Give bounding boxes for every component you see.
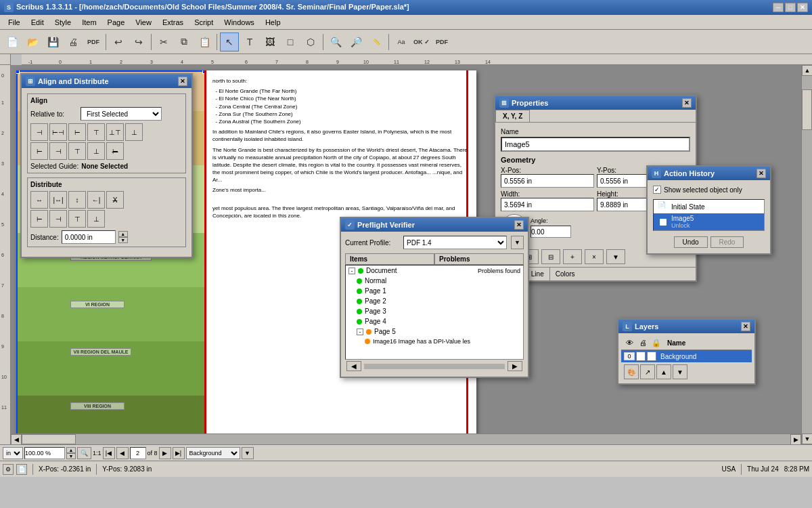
name-input[interactable]	[501, 137, 690, 152]
tree-image16[interactable]: Image16 Image has a DPI-Value les	[346, 337, 523, 346]
distance-down-button[interactable]: ▼	[118, 237, 128, 243]
align-btn-11[interactable]: ⊢	[106, 142, 124, 160]
minimize-button[interactable]: ─	[773, 3, 784, 12]
text-edit-button[interactable]: Aa	[392, 33, 411, 51]
scroll-down-button[interactable]: ▼	[802, 433, 812, 444]
zoom-input[interactable]	[24, 447, 65, 459]
tab-xyz[interactable]: X, Y, Z	[495, 110, 530, 122]
align-bottom-edges-button[interactable]: ⊥	[125, 123, 143, 141]
undo-button[interactable]: Undo	[674, 236, 708, 248]
page-first-button[interactable]: |◀	[103, 447, 115, 459]
layers-title[interactable]: L Layers ✕	[618, 320, 754, 333]
redo-button[interactable]: ↪	[129, 33, 148, 51]
profile-select[interactable]: PDF 1.4	[403, 236, 507, 249]
scroll-v-thumb[interactable]	[802, 89, 812, 130]
image-button[interactable]: 🖼	[261, 33, 279, 51]
tree-expand-doc[interactable]: -	[348, 268, 355, 274]
width-input[interactable]	[501, 198, 594, 211]
zoom-spinner[interactable]: ▲ ▼	[66, 447, 76, 459]
align-left-edges-button[interactable]: ⊣	[30, 123, 48, 141]
preflight-close-button[interactable]: ✕	[514, 220, 524, 230]
page-next-button[interactable]: ▶	[159, 447, 171, 459]
properties-title[interactable]: ⊞ Properties ✕	[495, 96, 696, 110]
tree-page4[interactable]: Page 4	[346, 316, 523, 326]
handle-tl[interactable]	[16, 70, 20, 74]
zoom-mode-select[interactable]: in	[3, 447, 23, 459]
tree-expand-page5[interactable]: -	[357, 329, 363, 335]
measure-button[interactable]: 📏	[367, 33, 386, 51]
undo-button[interactable]: ↩	[109, 33, 128, 51]
scroll-h-track[interactable]	[22, 434, 790, 444]
preflight-tree[interactable]: - Document Problems found Normal Page 1 …	[345, 265, 524, 360]
text-button[interactable]: T	[240, 33, 259, 51]
align-btn-7[interactable]: ⊢	[30, 142, 48, 160]
menu-style[interactable]: Style	[49, 17, 76, 28]
properties-close-button[interactable]: ✕	[682, 98, 692, 108]
history-close-button[interactable]: ✕	[757, 169, 766, 178]
menu-windows[interactable]: Windows	[219, 17, 260, 28]
menu-page[interactable]: Page	[102, 17, 131, 28]
lock-icon[interactable]: 🔒	[651, 337, 662, 348]
dist-btn-9[interactable]: ⊥	[87, 210, 105, 228]
save-button[interactable]: 💾	[43, 33, 62, 51]
scroll-right-button[interactable]: ▶	[790, 434, 801, 444]
dist-btn-7[interactable]: ⊣	[49, 210, 67, 228]
polygon-button[interactable]: ⬡	[301, 33, 320, 51]
menu-script[interactable]: Script	[189, 17, 219, 28]
paste-button[interactable]: 📋	[195, 33, 214, 51]
menu-item[interactable]: Item	[76, 17, 102, 28]
scroll-left-button[interactable]: ◀	[11, 434, 22, 444]
layer-dropdown-button[interactable]: ▼	[242, 447, 254, 459]
align-centers-v-button[interactable]: ⊥⊤	[106, 123, 124, 141]
layer-down-button[interactable]: ▼	[673, 364, 687, 379]
zoom-refresh-button[interactable]: 🔍	[77, 447, 91, 459]
shape-button[interactable]: □	[281, 33, 300, 51]
props-btn-4[interactable]: +	[563, 249, 582, 264]
dist-btn-1[interactable]: ↔	[30, 191, 48, 209]
page-number-input[interactable]	[130, 447, 146, 459]
menu-edit[interactable]: Edit	[26, 17, 49, 28]
props-btn-3[interactable]: ⊟	[541, 249, 560, 264]
layer-select-button[interactable]: ↗	[640, 364, 655, 379]
window-controls[interactable]: ─ □ ✕	[773, 3, 808, 12]
distance-up-button[interactable]: ▲	[118, 231, 128, 237]
dist-btn-2[interactable]: |↔|	[49, 191, 67, 209]
page-last-button[interactable]: ▶|	[173, 447, 185, 459]
dist-btn-3[interactable]: ↕	[68, 191, 86, 209]
tree-page5[interactable]: - Page 5	[346, 326, 523, 337]
scroll-up-button[interactable]: ▲	[802, 65, 812, 76]
layer-select[interactable]: Background	[186, 447, 240, 459]
show-selected-checkbox[interactable]	[653, 186, 661, 194]
visibility-icon[interactable]: 👁	[624, 337, 635, 348]
ok-button[interactable]: OK ✓	[412, 33, 431, 51]
initial-state-item[interactable]: 📄 Initial State	[654, 200, 764, 213]
dist-btn-8[interactable]: ⊤	[68, 210, 86, 228]
align-centers-h-button[interactable]: ⊢⊣	[49, 123, 67, 141]
pdf-button[interactable]: PDF	[84, 33, 103, 51]
props-btn-6[interactable]: ▼	[606, 249, 625, 264]
align-close-button[interactable]: ✕	[178, 77, 187, 86]
open-button[interactable]: 📂	[23, 33, 42, 51]
pdf-export-button[interactable]: PDF	[432, 33, 451, 51]
print-button[interactable]: 🖨	[64, 33, 83, 51]
history-action-item[interactable]: Image5 Unlock	[654, 213, 764, 230]
menu-extras[interactable]: Extras	[157, 17, 189, 28]
align-top-edges-button[interactable]: ⊤	[87, 123, 105, 141]
tree-document[interactable]: - Document Problems found	[346, 266, 523, 276]
props-btn-5[interactable]: ×	[585, 249, 604, 264]
menu-view[interactable]: View	[130, 17, 157, 28]
relative-to-select[interactable]: First Selected	[81, 107, 162, 121]
menu-help[interactable]: Help	[260, 17, 286, 28]
redo-button[interactable]: Redo	[710, 236, 744, 248]
dist-btn-5[interactable]: X	[106, 191, 124, 209]
page-prev-button[interactable]: ◀	[116, 447, 129, 459]
layer-up-button[interactable]: ▲	[656, 364, 671, 379]
tree-page3[interactable]: Page 3	[346, 306, 523, 316]
align-btn-10[interactable]: ⊥	[87, 142, 105, 160]
distance-input[interactable]	[62, 230, 116, 244]
layer-vis-check[interactable]: ✕	[636, 352, 646, 361]
tree-page1[interactable]: Page 1	[346, 286, 523, 296]
align-right-edges-button[interactable]: ⊢	[68, 123, 86, 141]
tree-normal[interactable]: Normal	[346, 276, 523, 286]
preflight-scrollbar[interactable]	[364, 364, 505, 369]
